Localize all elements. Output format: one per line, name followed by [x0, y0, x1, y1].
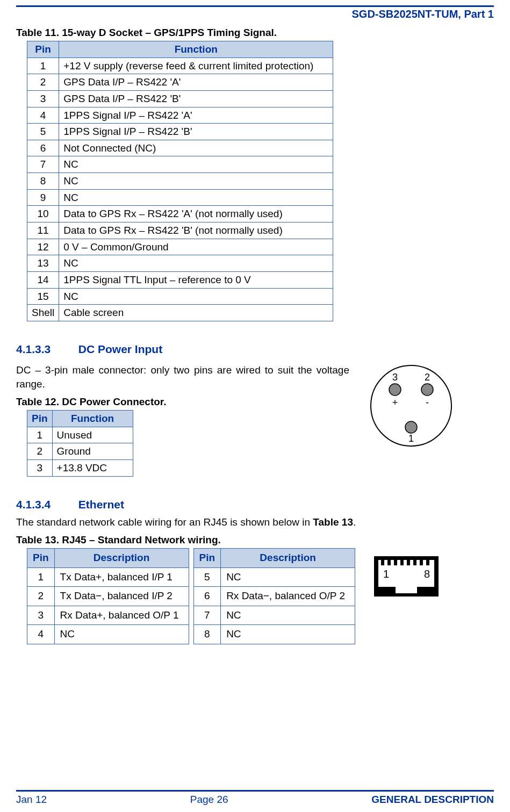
table-row: 7NC: [27, 156, 333, 173]
func-cell: NC: [59, 189, 333, 206]
section-number: 4.1.3.4: [16, 498, 75, 511]
func-cell: Unused: [52, 427, 133, 443]
eth-para-ref: Table 13: [313, 516, 353, 528]
table-row: 8NC: [193, 625, 355, 644]
func-cell: 0 V – Common/Ground: [59, 239, 333, 255]
table11-header-row: Pin Function: [27, 41, 333, 58]
pin-cell: 2: [27, 587, 55, 606]
pin-cell: 11: [27, 222, 59, 239]
func-cell: Not Connected (NC): [59, 140, 333, 156]
pin-cell: 10: [27, 206, 59, 222]
pin-cell: 7: [193, 606, 221, 625]
col-pin: Pin: [27, 41, 59, 58]
table-row: 1+12 V supply (reverse feed & current li…: [27, 58, 333, 74]
table-row: ShellCable screen: [27, 305, 333, 321]
table11: Pin Function 1+12 V supply (reverse feed…: [27, 41, 333, 321]
table13-right: Pin Description 5NC 6Rx Data−, balanced …: [193, 548, 356, 644]
footer: Jan 12 Page 26 GENERAL DESCRIPTION: [16, 790, 494, 806]
svg-point-1: [389, 384, 401, 396]
table-row: 6Not Connected (NC): [27, 140, 333, 156]
pin-cell: 3: [27, 90, 59, 107]
pin-cell: Shell: [27, 305, 59, 321]
pin-cell: 5: [27, 124, 59, 140]
pin-cell: 12: [27, 239, 59, 255]
pin3-label: 3: [392, 372, 398, 383]
pin-cell: 4: [27, 625, 55, 644]
pin-cell: 7: [27, 156, 59, 173]
footer-rule: [16, 790, 494, 792]
plus-label: +: [392, 397, 398, 408]
desc-cell: Tx Data+, balanced I/P 1: [54, 567, 189, 587]
svg-rect-9: [394, 560, 397, 565]
col-desc: Description: [54, 549, 189, 568]
pin-cell: 6: [193, 587, 221, 606]
pin-cell: 1: [27, 427, 53, 443]
table-row: 3GPS Data I/P – RS422 'B': [27, 90, 333, 107]
svg-rect-6: [396, 587, 417, 593]
pin2-label: 2: [425, 372, 430, 383]
section-number: 4.1.3.3: [16, 343, 75, 356]
table-row: 2Tx Data−, balanced I/P 2: [27, 587, 189, 606]
col-pin: Pin: [27, 549, 55, 568]
table-row: 4NC: [27, 625, 189, 644]
col-pin: Pin: [27, 411, 53, 427]
pin-cell: 1: [27, 567, 55, 587]
table-row: 1Unused: [27, 427, 133, 443]
footer-date: Jan 12: [16, 794, 47, 806]
table-row: 8NC: [27, 173, 333, 190]
pin-cell: 2: [27, 443, 53, 460]
pin-cell: 3: [27, 606, 55, 625]
footer-page: Page 26: [190, 794, 228, 806]
minus-label: -: [426, 397, 429, 408]
eth-para-post: .: [353, 516, 356, 528]
func-cell: NC: [59, 288, 333, 305]
svg-rect-11: [407, 560, 410, 565]
func-cell: NC: [59, 173, 333, 190]
table-row: 141PPS Signal TTL Input – reference to 0…: [27, 271, 333, 288]
table-row: 7NC: [193, 606, 355, 625]
table-row: 51PPS Signal I/P – RS422 'B': [27, 124, 333, 140]
ethernet-paragraph: The standard network cable wiring for an…: [16, 515, 494, 529]
doc-title: SGD-SB2025NT-TUM, Part 1: [16, 7, 494, 24]
pin-cell: 13: [27, 255, 59, 272]
pin-cell: 9: [27, 189, 59, 206]
desc-cell: NC: [54, 625, 189, 644]
func-cell: NC: [59, 255, 333, 272]
table-row: 15NC: [27, 288, 333, 305]
pin-cell: 14: [27, 271, 59, 288]
table12: Pin Function 1Unused 2Ground 3+13.8 VDC: [27, 410, 133, 477]
func-cell: Data to GPS Rx – RS422 'A' (not normally…: [59, 206, 333, 222]
table-row: 5NC: [193, 567, 355, 587]
table-row: 3Rx Data+, balanced O/P 1: [27, 606, 189, 625]
table-row: 3+13.8 VDC: [27, 460, 133, 477]
table-header-row: Pin Description: [27, 549, 189, 568]
desc-cell: Rx Data−, balanced O/P 2: [221, 587, 355, 606]
pin-cell: 1: [27, 58, 59, 74]
pin-cell: 4: [27, 107, 59, 124]
footer-section: GENERAL DESCRIPTION: [371, 794, 494, 806]
svg-point-3: [405, 421, 417, 433]
section-title: Ethernet: [78, 498, 124, 511]
pin-cell: 5: [193, 567, 221, 587]
table-row: 2Ground: [27, 443, 133, 460]
table11-caption: Table 11. 15-way D Socket – GPS/1PPS Tim…: [16, 27, 494, 39]
table-row: 2GPS Data I/P – RS422 'A': [27, 74, 333, 91]
section-title: DC Power Input: [78, 343, 162, 355]
col-function: Function: [59, 41, 333, 58]
table-row: 13NC: [27, 255, 333, 272]
dc-power-paragraph: DC – 3-pin male connector: only two pins…: [16, 363, 349, 391]
svg-rect-7: [381, 560, 384, 565]
table-row: 120 V – Common/Ground: [27, 239, 333, 255]
table-row: 6Rx Data−, balanced O/P 2: [193, 587, 355, 606]
svg-rect-14: [426, 560, 429, 565]
pin-cell: 15: [27, 288, 59, 305]
func-cell: NC: [59, 156, 333, 173]
func-cell: Data to GPS Rx – RS422 'B' (not normally…: [59, 222, 333, 239]
svg-rect-12: [413, 560, 416, 565]
func-cell: Ground: [52, 443, 133, 460]
table-header-row: Pin Description: [193, 549, 355, 568]
svg-rect-8: [387, 560, 391, 565]
func-cell: GPS Data I/P – RS422 'A': [59, 74, 333, 91]
rj45-pin1-label: 1: [383, 568, 389, 580]
section-dc-power: 4.1.3.3 DC Power Input: [16, 343, 494, 356]
